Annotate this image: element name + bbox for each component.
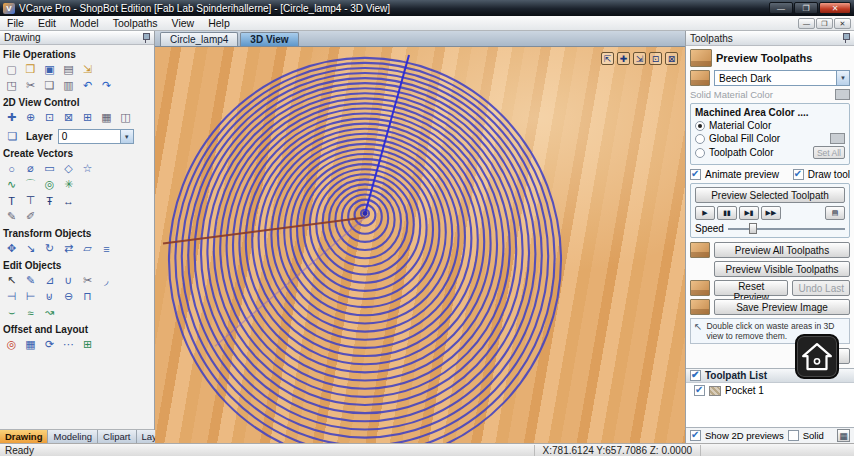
menu-toolpaths[interactable]: Toolpaths: [106, 17, 165, 29]
step-button[interactable]: ▶▮: [739, 206, 759, 220]
subtract-icon[interactable]: ⊖: [60, 289, 77, 304]
node-edit-icon[interactable]: ✎: [22, 273, 39, 288]
reset-preview-button[interactable]: Reset Preview: [714, 280, 788, 296]
grid-toggle-icon[interactable]: ▦: [98, 110, 115, 125]
cut-icon[interactable]: ✂: [22, 78, 39, 93]
preview-selected-toolpath-button[interactable]: Preview Selected Toolpath: [695, 187, 845, 203]
toolpaths-pin-icon[interactable]: [842, 33, 850, 43]
3d-view-canvas[interactable]: ⇱✚⇲⊡⊠: [155, 47, 685, 443]
text-on-curve-icon[interactable]: Ŧ: [41, 193, 58, 208]
save-file-icon[interactable]: ▣: [41, 62, 58, 77]
fit-view-icon[interactable]: ⊠: [665, 52, 678, 65]
front-view-icon[interactable]: ✚: [617, 52, 630, 65]
tab-modeling[interactable]: Modeling: [48, 430, 98, 443]
draw-polygon-icon[interactable]: ◇: [60, 161, 77, 176]
copy-along-vector-icon[interactable]: ⋯: [60, 337, 77, 352]
menu-edit[interactable]: Edit: [31, 17, 63, 29]
pin-icon[interactable]: [142, 33, 150, 43]
open-file-icon[interactable]: ❒: [22, 62, 39, 77]
menu-help[interactable]: Help: [201, 17, 237, 29]
toolpath-color-radio[interactable]: [695, 148, 705, 158]
child-close-button[interactable]: ✕: [834, 18, 851, 29]
animate-preview-checkbox[interactable]: [690, 169, 701, 180]
arc-fit-icon[interactable]: ↝: [41, 305, 58, 320]
cut-vectors-icon[interactable]: ✂: [79, 273, 96, 288]
toolpath-list-item[interactable]: Pocket 1: [686, 383, 854, 398]
measure-icon[interactable]: ⊿: [41, 273, 58, 288]
list-options-button[interactable]: ▦: [837, 429, 850, 442]
top-view-icon[interactable]: ⊡: [649, 52, 662, 65]
snap-toggle-icon[interactable]: ◫: [117, 110, 134, 125]
pocket1-checkbox[interactable]: [694, 385, 705, 396]
preview-all-toolpaths-button[interactable]: Preview All Toolpaths: [714, 242, 850, 258]
draw-ellipse-icon[interactable]: ⌀: [22, 161, 39, 176]
fit-curve-icon[interactable]: ⌣: [3, 305, 20, 320]
tab-3d-view[interactable]: 3D View: [240, 32, 298, 46]
redo-icon[interactable]: ↷: [98, 78, 115, 93]
tab-drawing[interactable]: Drawing: [0, 430, 48, 443]
zoom-extents-icon[interactable]: ⊠: [60, 110, 77, 125]
material-select[interactable]: Beech Dark ▼: [714, 70, 850, 86]
toolpath-list-area[interactable]: [686, 398, 854, 427]
run-to-end-button[interactable]: ▶▶: [761, 206, 781, 220]
rotate-copy-icon[interactable]: ⟳: [41, 337, 58, 352]
nesting-icon[interactable]: ⊞: [79, 337, 96, 352]
set-size-icon[interactable]: ↘: [22, 241, 39, 256]
side-view-icon[interactable]: ⇲: [633, 52, 646, 65]
intersect-icon[interactable]: ⊓: [79, 289, 96, 304]
menu-view[interactable]: View: [165, 17, 202, 29]
extend-icon[interactable]: ⊢: [22, 289, 39, 304]
child-minimize-button[interactable]: —: [798, 18, 815, 29]
draw-spiral-icon[interactable]: ◎: [41, 177, 58, 192]
snap-points-icon[interactable]: ✐: [22, 209, 39, 224]
weld-icon[interactable]: ⊍: [41, 289, 58, 304]
minimize-button[interactable]: —: [769, 2, 793, 14]
toolpath-list-checkbox[interactable]: [690, 370, 701, 381]
dimension-icon[interactable]: ↔: [60, 193, 77, 208]
align-icon[interactable]: ≡: [98, 241, 115, 256]
child-restore-button[interactable]: ❐: [816, 18, 833, 29]
global-fill-color-radio[interactable]: [695, 134, 705, 144]
trim-icon[interactable]: ⊣: [3, 289, 20, 304]
zoom-window-icon[interactable]: ⊡: [41, 110, 58, 125]
maximize-button[interactable]: ❐: [794, 2, 818, 14]
menu-model[interactable]: Model: [63, 17, 106, 29]
distort-icon[interactable]: ▱: [79, 241, 96, 256]
draw-text-icon[interactable]: T: [3, 193, 20, 208]
iso-view-icon[interactable]: ⇱: [601, 52, 614, 65]
layers-icon[interactable]: ❏: [4, 129, 21, 144]
text-box-icon[interactable]: ⊤: [22, 193, 39, 208]
rotate-icon[interactable]: ↻: [41, 241, 58, 256]
close-button[interactable]: ✕: [819, 2, 851, 14]
show-2d-previews-checkbox[interactable]: [690, 430, 701, 441]
draw-gear-icon[interactable]: ✳: [60, 177, 77, 192]
solid-checkbox[interactable]: [788, 430, 799, 441]
new-file-icon[interactable]: ▢: [3, 62, 20, 77]
preview-visible-toolpaths-button[interactable]: Preview Visible Toolpaths: [714, 261, 850, 277]
speed-slider-thumb[interactable]: [749, 223, 757, 234]
pan-icon[interactable]: ✚: [3, 110, 20, 125]
draw-star-icon[interactable]: ☆: [79, 161, 96, 176]
undo-icon[interactable]: ↶: [79, 78, 96, 93]
draw-circle-icon[interactable]: ○: [3, 161, 20, 176]
import-vectors-icon[interactable]: ⇲: [79, 62, 96, 77]
draw-curve-icon[interactable]: ⌒: [22, 177, 39, 192]
smooth-icon[interactable]: ≈: [22, 305, 39, 320]
fillet-icon[interactable]: ◞: [98, 273, 115, 288]
paste-icon[interactable]: ▥: [60, 78, 77, 93]
tab-clipart[interactable]: Clipart: [98, 430, 136, 443]
select-all-icon[interactable]: ◳: [3, 78, 20, 93]
layer-select[interactable]: 0▼: [58, 129, 134, 144]
mirror-icon[interactable]: ⇄: [60, 241, 77, 256]
material-color-radio[interactable]: [695, 121, 705, 131]
edit-pointer-icon[interactable]: ↖: [3, 273, 20, 288]
transport-options-button[interactable]: ▤: [825, 206, 845, 220]
chevron-down-icon[interactable]: ▼: [836, 71, 849, 85]
copy-icon[interactable]: ❏: [41, 78, 58, 93]
draw-polyline-icon[interactable]: ∿: [3, 177, 20, 192]
play-button[interactable]: ▶: [695, 206, 715, 220]
pause-button[interactable]: ▮▮: [717, 206, 737, 220]
print-icon[interactable]: ▤: [60, 62, 77, 77]
save-preview-image-button[interactable]: Save Preview Image: [714, 299, 850, 315]
draw-rectangle-icon[interactable]: ▭: [41, 161, 58, 176]
